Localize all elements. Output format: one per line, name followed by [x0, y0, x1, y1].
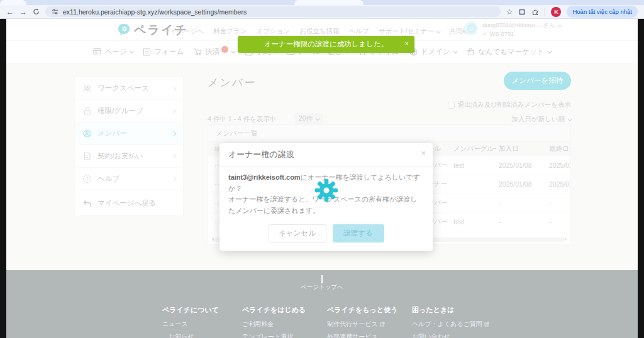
transfer-owner-modal: オーナー権の譲渡 × taint3@rikkeisoft.comにオーナー権を譲…: [219, 143, 433, 251]
browser-profile-avatar[interactable]: K: [551, 7, 561, 17]
site-settings-icon[interactable]: [52, 8, 58, 15]
left-edge: [0, 19, 6, 338]
browser-chrome: ← → ex11.heroku.peraichiapp-stg.xyz/work…: [0, 0, 644, 19]
browser-toolbar: ← → ex11.heroku.peraichiapp-stg.xyz/work…: [0, 5, 644, 19]
transfer-confirm-button[interactable]: 譲渡する: [333, 224, 384, 243]
toast-message: オーナー権限の譲渡に成功しました。: [264, 40, 389, 49]
toolbar-divider: [545, 8, 545, 16]
url-text: ex11.heroku.peraichiapp-stg.xyz/workspac…: [63, 8, 247, 16]
browser-tab[interactable]: [0, 0, 26, 5]
url-bar[interactable]: ex11.heroku.peraichiapp-stg.xyz/workspac…: [45, 6, 501, 17]
cancel-button[interactable]: キャンセル: [269, 224, 326, 243]
browser-tab[interactable]: [294, 0, 364, 5]
sync-update-chip[interactable]: Hoàn tất việc cập nhật: [567, 6, 638, 18]
modal-buttons: キャンセル 譲渡する: [219, 219, 433, 251]
target-email: taint3@rikkeisoft.com: [228, 173, 301, 181]
right-edge: [638, 19, 644, 338]
loading-gear-icon: [314, 178, 338, 205]
forward-icon[interactable]: →: [19, 8, 27, 16]
back-icon[interactable]: ←: [6, 8, 14, 16]
modal-close-icon[interactable]: ×: [421, 148, 426, 158]
toast-close-icon[interactable]: ×: [405, 40, 409, 47]
reload-icon[interactable]: [33, 8, 40, 15]
modal-title: オーナー権の譲渡: [219, 143, 433, 166]
extension-icon[interactable]: [518, 8, 526, 16]
extensions-puzzle-icon[interactable]: [531, 8, 539, 16]
success-toast: オーナー権限の譲渡に成功しました。 ×: [238, 36, 414, 53]
bookmark-star-icon[interactable]: ☆: [506, 8, 513, 16]
